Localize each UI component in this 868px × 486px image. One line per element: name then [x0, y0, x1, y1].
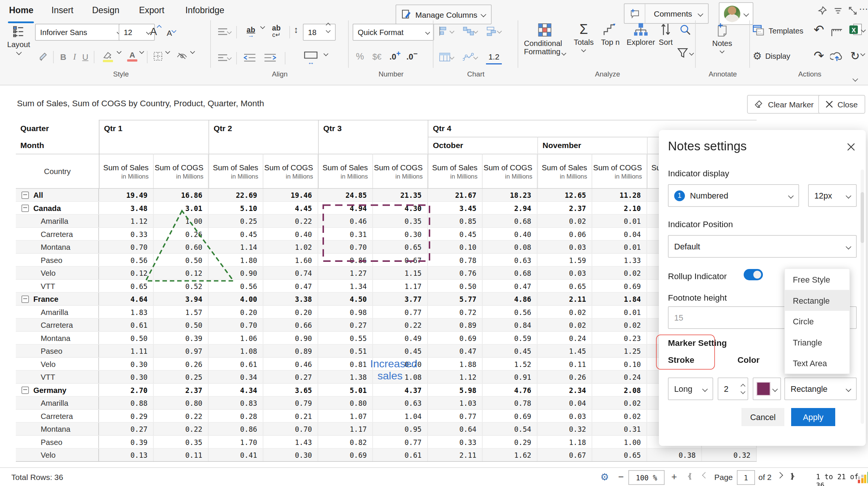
value-cell[interactable]: 1.12 — [99, 215, 154, 227]
value-cell[interactable]: 1.70 — [209, 436, 264, 448]
increase-font-button[interactable]: A — [148, 24, 163, 40]
display-button[interactable]: ⚙ Display — [753, 50, 790, 62]
month-header[interactable]: October — [433, 141, 463, 150]
value-cell[interactable]: 1.83 — [99, 306, 154, 318]
value-cell[interactable]: 0.72 — [428, 306, 483, 318]
measure-header[interactable]: Sum of COGSin Millions — [373, 154, 428, 189]
value-cell[interactable]: 0.04 — [538, 397, 593, 409]
value-cell[interactable]: 0.20 — [209, 306, 264, 318]
ruler-icon[interactable] — [830, 24, 844, 38]
value-cell[interactable]: 0.49 — [373, 332, 428, 344]
value-cell[interactable]: 0.70 — [318, 241, 373, 253]
bar-chart-icon[interactable] — [437, 24, 455, 38]
percent-format-button[interactable]: % — [354, 50, 366, 63]
value-cell[interactable]: 0.64 — [428, 423, 483, 435]
value-cell[interactable]: 24.85 — [318, 189, 373, 201]
conditional-formatting-button[interactable]: Conditional Formatting — [521, 23, 568, 56]
shape-option-free-style[interactable]: Free Style — [785, 269, 850, 290]
highlight-color-button[interactable] — [98, 49, 118, 64]
value-cell[interactable]: 5.98 — [428, 384, 483, 396]
value-cell[interactable]: 0.02 — [538, 306, 593, 318]
font-name-select[interactable]: Inforiver Sans — [35, 24, 125, 41]
value-cell[interactable]: 16.86 — [154, 189, 209, 201]
value-cell[interactable]: 1.02 — [263, 241, 318, 253]
value-cell[interactable]: 0.02 — [538, 215, 593, 227]
row-label[interactable]: Montana — [16, 332, 99, 344]
search-icon[interactable] — [678, 23, 693, 37]
row-label[interactable]: Montana — [16, 423, 99, 435]
value-cell[interactable]: 0.12 — [99, 267, 154, 279]
value-cell[interactable]: 1.57 — [154, 306, 209, 318]
excel-export-icon[interactable]: X — [848, 23, 867, 37]
value-cell[interactable]: 0.03 — [538, 410, 593, 422]
sort-button[interactable]: Sort — [656, 23, 676, 46]
value-cell[interactable]: 0.24 — [538, 332, 593, 344]
row-label[interactable]: Carretera — [16, 319, 99, 331]
value-cell[interactable]: 0.63 — [483, 254, 538, 266]
value-cell[interactable]: 0.11 — [154, 449, 209, 461]
measure-header[interactable]: Sum of Salesin Millions — [99, 154, 154, 189]
value-cell[interactable]: 0.98 — [318, 306, 373, 318]
row-label[interactable]: VTT — [16, 280, 99, 292]
value-cell[interactable]: 1.14 — [209, 241, 264, 253]
chevron-down-icon[interactable] — [324, 52, 327, 55]
combo-chart-icon[interactable] — [485, 24, 503, 38]
close-marker-mode-button[interactable]: Close — [818, 95, 865, 114]
decrease-decimal-button[interactable]: .0 − — [405, 50, 419, 63]
borders-icon[interactable] — [151, 50, 164, 62]
row-label[interactable]: Paseo — [16, 254, 99, 266]
value-cell[interactable]: 0.27 — [263, 371, 318, 383]
measure-header[interactable]: Sum of Salesin Millions — [318, 154, 373, 189]
quick-format-select[interactable]: Quick Format — [353, 24, 434, 41]
value-cell[interactable]: 0.65 — [592, 449, 647, 461]
measure-header[interactable]: Sum of COGSin Millions — [592, 154, 647, 189]
quarter-header[interactable]: Qtr 1 — [104, 124, 122, 133]
horizontal-align-icon[interactable] — [216, 51, 233, 64]
value-cell[interactable]: 2.10 — [592, 202, 647, 214]
value-cell[interactable]: 21.35 — [373, 189, 428, 201]
value-cell[interactable]: 3.38 — [263, 293, 318, 305]
row-label[interactable]: All — [16, 189, 99, 201]
templates-button[interactable]: Templates — [753, 25, 803, 36]
value-cell[interactable]: 0.47 — [428, 345, 483, 357]
totals-button[interactable]: Σ Totals — [571, 23, 597, 51]
value-cell[interactable]: 0.65 — [99, 280, 154, 292]
value-cell[interactable]: 4.00 — [209, 293, 264, 305]
format-painter-icon[interactable] — [36, 50, 50, 63]
value-cell[interactable]: 0.32 — [702, 449, 757, 461]
row-label[interactable]: Amarilla — [16, 306, 99, 318]
column-width-button[interactable]: ↔ — [300, 50, 322, 66]
row-label[interactable]: Paseo — [16, 436, 99, 448]
italic-button[interactable]: I — [70, 50, 79, 63]
value-cell[interactable]: 0.22 — [154, 410, 209, 422]
page-number-input[interactable]: 1 — [737, 470, 755, 485]
value-cell[interactable]: 3.48 — [99, 202, 154, 214]
zoom-in-button[interactable]: + — [669, 470, 679, 484]
value-cell[interactable]: 3.45 — [428, 202, 483, 214]
value-cell[interactable]: 4.45 — [263, 202, 318, 214]
table-row[interactable]: Canada3.483.015.104.454.944.303.452.942.… — [16, 202, 757, 215]
value-cell[interactable]: 1.00 — [592, 436, 647, 448]
value-cell[interactable]: 0.79 — [263, 397, 318, 409]
quarter-header[interactable]: Qtr 4 — [433, 124, 451, 133]
value-cell[interactable]: 1.88 — [428, 358, 483, 370]
table-row[interactable]: Paseo0.390.351.701.430.820.770.330.291.1… — [16, 436, 757, 449]
refresh-icon[interactable]: ↻ — [849, 49, 861, 63]
first-page-icon[interactable] — [689, 473, 694, 480]
value-cell[interactable]: 1.84 — [592, 293, 647, 305]
value-cell[interactable]: 1.03 — [428, 397, 483, 409]
previous-page-icon[interactable] — [703, 473, 708, 478]
table-row[interactable]: Velo0.130.110.410.300.690.612.111.620.67… — [16, 449, 757, 462]
value-cell[interactable]: 4.34 — [209, 384, 264, 396]
value-cell[interactable]: 0.29 — [99, 410, 154, 422]
value-cell[interactable]: 2.37 — [538, 202, 593, 214]
rollup-indicator-toggle[interactable] — [744, 269, 763, 280]
chevron-down-icon[interactable] — [191, 50, 194, 53]
value-cell[interactable]: 1.34 — [318, 280, 373, 292]
table-row[interactable]: Montana0.700.601.141.020.700.650.100.080… — [16, 241, 757, 254]
value-cell[interactable]: 0.78 — [428, 254, 483, 266]
value-cell[interactable]: 0.63 — [373, 397, 428, 409]
notes-button[interactable]: Notes — [706, 23, 738, 52]
value-cell[interactable]: 0.40 — [483, 228, 538, 240]
value-cell[interactable]: 0.13 — [99, 449, 154, 461]
